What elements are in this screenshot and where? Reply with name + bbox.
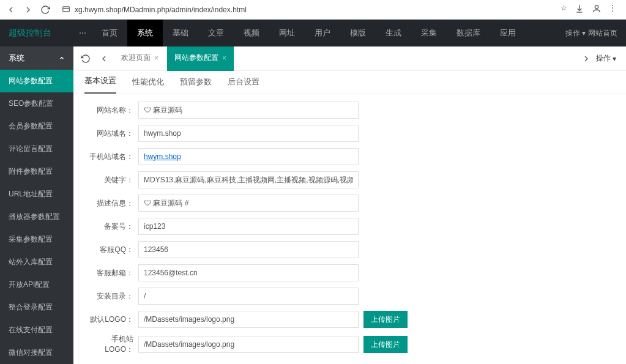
topnav-item[interactable]: 网址 — [269, 20, 305, 46]
svg-rect-0 — [63, 7, 70, 12]
label: 默认LOGO： — [83, 314, 138, 325]
label: 手机站域名： — [83, 152, 138, 162]
sidebar-item[interactable]: 站外入库配置 — [0, 251, 73, 273]
sidebar-item[interactable]: SEO参数配置 — [0, 92, 73, 115]
subtab-item[interactable]: 后台设置 — [228, 76, 259, 94]
chevron-down-icon: ▾ — [582, 29, 586, 37]
label: 手机站LOGO： — [83, 334, 138, 355]
label: 安装目录： — [83, 291, 138, 302]
refresh-icon[interactable] — [77, 50, 94, 67]
upload-button[interactable]: 上传图片 — [363, 336, 408, 353]
sidebar-item[interactable]: 开放API配置 — [0, 273, 73, 296]
email-input[interactable] — [138, 264, 359, 281]
topnav-item[interactable]: 基础 — [163, 20, 198, 46]
tab-welcome[interactable]: 欢迎页面× — [114, 46, 166, 71]
keywords-input[interactable] — [138, 171, 359, 188]
profile-icon[interactable] — [592, 4, 602, 15]
tab-prev-icon[interactable] — [95, 50, 113, 67]
topnav-item[interactable]: 应用 — [490, 20, 526, 46]
reload-icon[interactable] — [39, 4, 51, 16]
tabs-operate-menu[interactable]: 操作▾ — [596, 53, 622, 64]
sidebar-item[interactable]: 采集参数配置 — [0, 228, 73, 251]
browser-chrome-bar: xg.hwym.shop/MDadmin.php/admin/index/ind… — [0, 0, 626, 20]
subtab-item[interactable]: 预留参数 — [180, 76, 212, 94]
sidebar-item[interactable]: 播放器参数配置 — [0, 206, 73, 228]
topnav-item[interactable]: 系统 — [127, 20, 163, 46]
section-title: 会员充值 — [83, 361, 616, 364]
sidebar-item[interactable]: 微信对接配置 — [0, 341, 73, 364]
subtab-item[interactable]: 基本设置 — [84, 75, 116, 94]
topnav-item[interactable]: 视频 — [234, 20, 269, 46]
topnav-item[interactable]: 文章 — [198, 20, 234, 46]
topnav-item[interactable]: 用户 — [305, 20, 340, 46]
topnav-item[interactable]: 数据库 — [447, 20, 490, 46]
label: 关键字： — [83, 175, 138, 185]
tab-active[interactable]: 网站参数配置× — [167, 46, 234, 71]
chevron-up-icon — [59, 55, 65, 61]
brand: 超级控制台 — [0, 28, 73, 39]
label: 描述信息： — [83, 198, 138, 209]
label: 客服邮箱： — [83, 268, 138, 278]
topnav-item[interactable]: 采集 — [411, 20, 447, 46]
mobile-domain-input[interactable] — [138, 148, 359, 165]
label: 网站名称： — [83, 105, 138, 116]
sidebar-item[interactable]: 评论留言配置 — [0, 138, 73, 160]
topbar: 超级控制台 ⋯ 首页系统基础文章视频网址用户模版生成采集数据库应用 操作▾ 网站… — [0, 20, 626, 46]
topnav-item[interactable]: 生成 — [376, 20, 411, 46]
label: 客服QQ： — [83, 245, 138, 255]
menu-icon[interactable]: ⋮ — [609, 4, 616, 15]
install-input[interactable] — [138, 288, 359, 305]
mobile-logo-input[interactable] — [138, 336, 359, 353]
topbar-more-icon[interactable]: ⋯ — [73, 29, 92, 37]
chevron-down-icon: ▾ — [613, 54, 616, 63]
back-icon[interactable] — [5, 4, 17, 16]
download-icon[interactable] — [575, 4, 584, 15]
sidebar-item[interactable]: 附件参数配置 — [0, 160, 73, 183]
forward-icon[interactable] — [22, 4, 34, 16]
tab-next-icon[interactable] — [578, 50, 595, 67]
url-bar[interactable]: xg.hwym.shop/MDadmin.php/admin/index/ind… — [56, 4, 556, 15]
qq-input[interactable] — [138, 241, 359, 258]
logo-input[interactable] — [138, 311, 359, 328]
subtabbar: 基本设置性能优化预留参数后台设置 — [73, 71, 626, 94]
subtab-item[interactable]: 性能优化 — [132, 76, 164, 94]
sidebar-item[interactable]: URL地址配置 — [0, 183, 73, 206]
icp-input[interactable] — [138, 218, 359, 235]
label: 备案号： — [83, 221, 138, 232]
upload-button[interactable]: 上传图片 — [363, 311, 408, 328]
bookmark-icon[interactable]: ☆ — [561, 4, 567, 15]
url-text: xg.hwym.shop/MDadmin.php/admin/index/ind… — [75, 6, 247, 14]
operate-menu[interactable]: 操作▾ — [565, 28, 586, 39]
description-input[interactable] — [138, 195, 359, 212]
sidebar-item[interactable]: 网站参数配置 — [0, 70, 73, 92]
sidebar-item[interactable]: 会员参数配置 — [0, 115, 73, 138]
label: 网站域名： — [83, 128, 138, 139]
site-home-link[interactable]: 网站首页 — [588, 28, 617, 39]
sidebar-group-head[interactable]: 系统 — [0, 46, 73, 70]
sidebar-item[interactable]: 整合登录配置 — [0, 296, 73, 319]
topnav: 首页系统基础文章视频网址用户模版生成采集数据库应用 — [92, 20, 526, 46]
sidebar: 系统 网站参数配置SEO参数配置会员参数配置评论留言配置附件参数配置URL地址配… — [0, 46, 73, 364]
form-area: 网站名称： 网站域名： 手机站域名： 关键字： 描述信息： 备案号： 客服QQ：… — [73, 94, 626, 364]
tabbar: 欢迎页面× 网站参数配置× 操作▾ — [73, 46, 626, 71]
close-icon[interactable]: × — [222, 54, 226, 62]
topnav-item[interactable]: 模版 — [340, 20, 376, 46]
domain-input[interactable] — [138, 125, 359, 142]
site-name-input[interactable] — [138, 102, 359, 119]
topnav-item[interactable]: 首页 — [92, 20, 127, 46]
svg-point-3 — [595, 6, 598, 9]
close-icon[interactable]: × — [154, 54, 158, 62]
site-info-icon[interactable] — [61, 4, 71, 15]
sidebar-item[interactable]: 在线支付配置 — [0, 319, 73, 341]
